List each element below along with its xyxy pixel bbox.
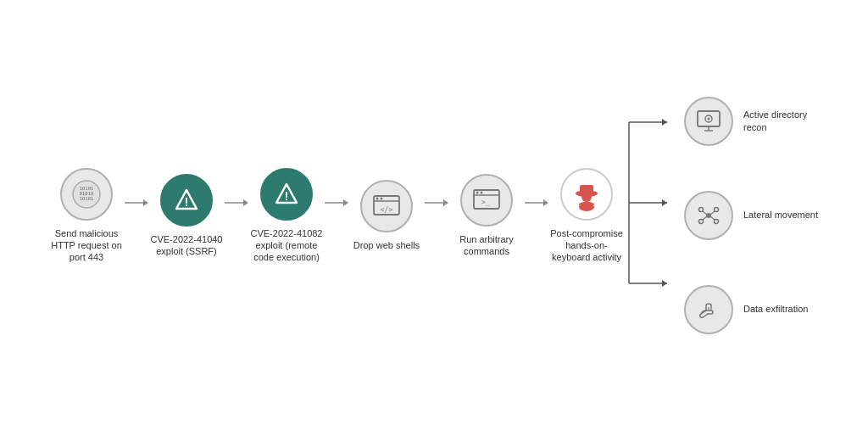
node-run-commands-label: Run arbitrary commands [448,233,525,258]
icon-circle-terminal: >_ [460,174,513,227]
node-drop-shells-label: Drop web shells [348,239,425,251]
icon-circle-hacker [560,168,613,221]
icon-circle-network [684,191,733,240]
icon-circle-warning-2: ! [260,168,313,221]
icon-circle-warning-1: ! [160,174,213,227]
node-send-http: 10101 01010 10101 Send malicious HTTP re… [48,168,125,264]
browser-icon: </> [370,190,403,222]
arrow-icon-4 [425,196,448,210]
node-run-commands: >_ Run arbitrary commands [448,174,525,258]
svg-point-49 [699,220,704,224]
network-icon [694,201,723,230]
svg-text:10101: 10101 [80,196,94,201]
svg-line-52 [710,211,715,215]
outcome-lateral-movement: Lateral movement [684,191,820,240]
svg-text:>_: >_ [481,199,490,206]
icon-circle-browser: </> [360,180,413,232]
icon-circle-monitor [684,97,733,146]
data-exfil-icon [694,295,723,324]
branch-lines-svg [625,80,684,326]
icon-circle-binary: 10101 01010 10101 [60,168,113,221]
svg-text:!: ! [185,195,189,209]
outcome-nodes: Active directory recon [684,97,820,334]
svg-point-23 [476,191,479,193]
arrow-icon-2 [225,196,248,210]
node-post-compromise-label: Post-compromise hands-on-keyboard activi… [548,227,625,264]
svg-marker-40 [662,280,667,287]
svg-text:</>: </> [381,206,393,214]
svg-marker-38 [662,199,667,206]
outcome-active-directory: Active directory recon [684,97,820,146]
svg-line-53 [703,216,707,220]
node-cve-41040-label: CVE-2022-41040 exploit (SSRF) [148,233,225,258]
outcome-data-exfiltration-label: Data exfiltration [743,303,820,316]
svg-line-51 [703,211,707,215]
terminal-icon: >_ [470,184,503,216]
warning-icon-2: ! [271,179,302,210]
attack-chain-diagram: 10101 01010 10101 Send malicious HTTP re… [19,80,849,351]
arrow-4 [425,196,448,210]
arrow-icon-3 [325,196,348,210]
svg-point-17 [381,197,383,199]
arrow-5 [525,196,548,210]
monitor-icon [694,107,723,136]
svg-point-16 [376,197,379,199]
arrow-icon [125,196,148,210]
node-drop-shells: </> Drop web shells [348,180,425,251]
warning-icon-1: ! [171,185,202,216]
svg-point-45 [708,118,710,120]
svg-point-24 [481,191,483,193]
arrow-3 [325,196,348,210]
node-cve-41040: ! CVE-2022-41040 exploit (SSRF) [148,174,225,258]
icon-circle-data [684,285,733,334]
svg-point-47 [699,208,704,212]
hacker-icon [569,176,604,212]
binary-icon: 10101 01010 10101 [71,179,102,210]
outcome-lateral-movement-label: Lateral movement [743,209,820,221]
svg-line-54 [710,216,715,220]
outcome-data-exfiltration: Data exfiltration [684,285,820,334]
arrow-1 [125,196,148,210]
outcome-active-directory-label: Active directory recon [743,109,820,135]
svg-point-48 [715,208,719,212]
svg-point-46 [706,213,711,218]
node-cve-41082-label: CVE-2022-41082 exploit (remote code exec… [248,227,325,264]
svg-point-50 [715,220,719,224]
node-send-http-label: Send malicious HTTP request on port 443 [48,227,125,264]
branch-section: Active directory recon [625,80,820,351]
arrow-icon-5 [525,196,548,210]
svg-point-30 [581,192,592,202]
node-cve-41082: ! CVE-2022-41082 exploit (remote code ex… [248,168,325,264]
svg-marker-36 [662,119,667,126]
flow-container: 10101 01010 10101 Send malicious HTTP re… [48,80,820,351]
arrow-2 [225,196,248,210]
node-post-compromise: Post-compromise hands-on-keyboard activi… [548,168,625,264]
svg-text:!: ! [285,189,289,203]
